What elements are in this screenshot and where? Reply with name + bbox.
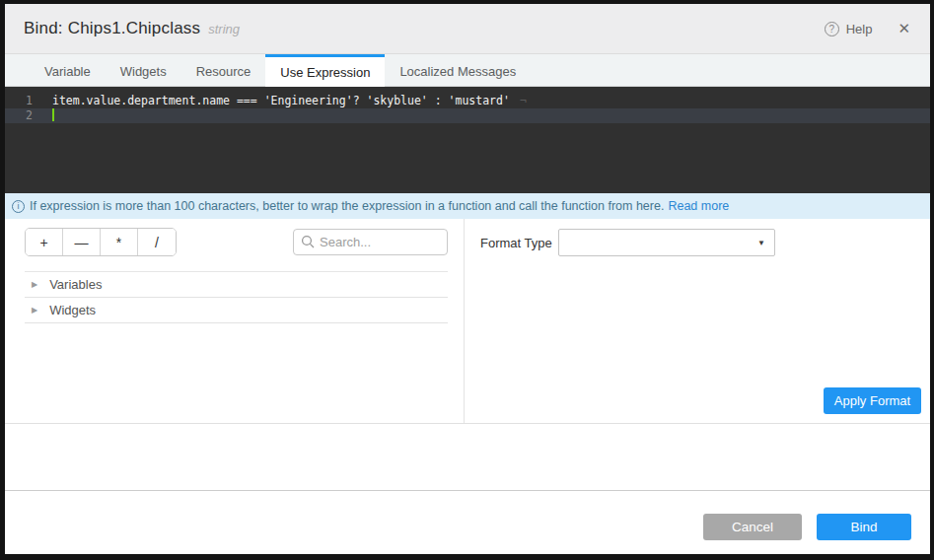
header-actions: ? Help ✕	[825, 20, 910, 37]
bind-source-tree: ▶ Variables ▶ Widgets	[25, 271, 448, 323]
tree-item-label: Variables	[49, 277, 102, 292]
search-input[interactable]	[293, 229, 448, 255]
editor-line-2: 2	[5, 108, 930, 123]
tab-resource[interactable]: Resource	[181, 54, 266, 86]
line-number-1: 1	[5, 94, 44, 108]
help-button[interactable]: ? Help	[825, 22, 873, 36]
operator-button-group: + — * /	[25, 228, 177, 256]
panels-container: + — * / ▶	[5, 219, 930, 424]
help-icon: ?	[825, 22, 839, 36]
dialog-header: Bind: Chips1.Chipclass string ? Help ✕	[5, 4, 930, 54]
format-panel: Format Type ▼ Apply Format	[465, 219, 930, 423]
tree-item-label: Widgets	[49, 303, 96, 317]
text-cursor	[52, 108, 54, 121]
editor-line-1: 1 item.value.department.name === 'Engine…	[5, 94, 930, 108]
tab-bar: Variable Widgets Resource Use Expression…	[5, 54, 930, 87]
plus-operator-button[interactable]: +	[26, 229, 63, 255]
search-box	[293, 229, 448, 255]
dialog-frame: Bind: Chips1.Chipclass string ? Help ✕ V…	[0, 0, 934, 560]
help-label: Help	[846, 22, 873, 36]
line-number-2: 2	[5, 108, 44, 123]
divide-operator-button[interactable]: /	[138, 229, 176, 255]
multiply-operator-button[interactable]: *	[101, 229, 138, 255]
tab-use-expression[interactable]: Use Expression	[265, 54, 385, 87]
format-type-select[interactable]: ▼	[558, 229, 775, 256]
triangle-right-icon: ▶	[32, 280, 37, 289]
info-icon: i	[12, 200, 25, 213]
property-type-badge: string	[208, 22, 240, 36]
cancel-button[interactable]: Cancel	[703, 514, 802, 540]
dialog-title: Bind: Chips1.Chipclass	[24, 19, 200, 38]
bind-button[interactable]: Bind	[817, 514, 911, 540]
expression-hint-bar: i If expression is more than 100 charact…	[5, 193, 930, 219]
content-spacer	[5, 424, 930, 490]
minus-operator-button[interactable]: —	[63, 229, 101, 255]
hint-text: If expression is more than 100 character…	[30, 199, 664, 213]
tree-item-variables[interactable]: ▶ Variables	[25, 272, 448, 298]
apply-format-button[interactable]: Apply Format	[824, 387, 921, 414]
sources-panel: + — * / ▶	[5, 219, 465, 423]
expression-code-editor[interactable]: 1 item.value.department.name === 'Engine…	[5, 87, 930, 193]
tab-variable[interactable]: Variable	[30, 54, 106, 86]
close-icon[interactable]: ✕	[898, 20, 910, 37]
search-icon	[301, 235, 315, 248]
bind-dialog: Bind: Chips1.Chipclass string ? Help ✕ V…	[5, 4, 930, 554]
read-more-link[interactable]: Read more	[668, 199, 729, 213]
eol-marker: ¬	[512, 94, 527, 108]
chevron-down-icon: ▼	[757, 239, 765, 247]
dialog-footer: Cancel Bind	[5, 490, 930, 554]
expression-code: item.value.department.name === 'Engineer…	[44, 94, 510, 108]
tab-localized-messages[interactable]: Localized Messages	[385, 54, 531, 86]
tab-widgets[interactable]: Widgets	[106, 54, 181, 86]
format-type-label: Format Type	[480, 236, 558, 250]
format-type-row: Format Type ▼	[480, 229, 930, 256]
sources-toolbar: + — * /	[25, 228, 448, 256]
tree-item-widgets[interactable]: ▶ Widgets	[25, 298, 448, 323]
triangle-right-icon: ▶	[32, 306, 37, 315]
